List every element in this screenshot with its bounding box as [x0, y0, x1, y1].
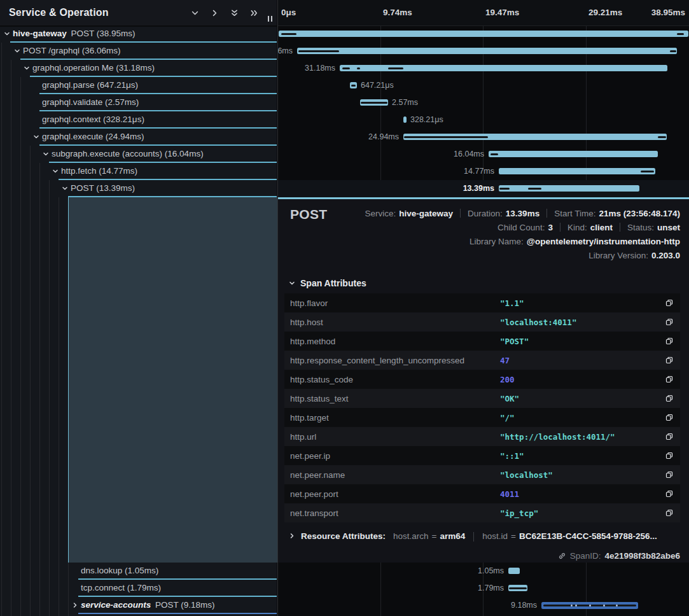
- meta-divider: [546, 209, 547, 218]
- child-span-marker: [281, 33, 296, 35]
- attribute-row: http.url"http://localhost:4011/": [284, 427, 680, 446]
- copy-icon[interactable]: [663, 316, 676, 328]
- column-resize-handle[interactable]: [268, 16, 272, 22]
- child-span-marker: [528, 188, 541, 190]
- resource-key: host.arch: [393, 531, 429, 541]
- duration-label: 9.18ms: [511, 601, 537, 610]
- meta-value: 21ms (23:56:48.174): [599, 209, 680, 218]
- chevron-down-icon[interactable]: [190, 8, 200, 18]
- tree-header: Service & Operation: [0, 0, 277, 27]
- meta-label: Library Version:: [588, 251, 648, 260]
- span-bar[interactable]: [508, 585, 527, 591]
- attribute-value: 47: [500, 356, 663, 365]
- chevron-down-icon[interactable]: [4, 31, 10, 37]
- tree-row[interactable]: http.fetch (14.77ms): [0, 163, 277, 180]
- meta-label: Duration:: [468, 209, 503, 218]
- span-bar[interactable]: [499, 185, 639, 192]
- copy-icon[interactable]: [663, 507, 676, 519]
- span-attributes-header[interactable]: Span Attributes: [289, 278, 366, 288]
- copy-icon[interactable]: [663, 373, 676, 386]
- copy-icon[interactable]: [663, 297, 676, 309]
- tree-row[interactable]: POST /graphql (36.06ms): [0, 43, 277, 60]
- attribute-key: net.transport: [284, 508, 500, 518]
- duration-label: 36.06ms: [277, 46, 293, 55]
- span-bar[interactable]: [499, 168, 655, 174]
- child-span-marker: [491, 153, 498, 155]
- attribute-value: "localhost": [500, 470, 663, 480]
- resource-equals: =: [432, 531, 437, 541]
- span-attributes-title: Span Attributes: [300, 278, 366, 288]
- span-bar[interactable]: [541, 602, 638, 609]
- attribute-value: "OK": [500, 394, 663, 403]
- copy-icon[interactable]: [663, 411, 676, 424]
- tree-row[interactable]: graphql.operation Me (31.18ms): [0, 60, 277, 77]
- copy-icon[interactable]: [663, 487, 676, 500]
- child-span-marker: [658, 136, 666, 138]
- tree-row[interactable]: service-accounts POST (9.18ms): [0, 597, 277, 614]
- attribute-row: net.peer.ip"::1": [284, 446, 680, 465]
- attribute-value: "http://localhost:4011/": [500, 432, 663, 442]
- meta-label: Status:: [627, 223, 654, 232]
- chevron-down-icon[interactable]: [24, 65, 30, 71]
- attribute-key: http.target: [284, 413, 500, 423]
- attribute-row: http.status_code200: [284, 370, 680, 389]
- tree-row[interactable]: POST (13.39ms): [0, 180, 277, 197]
- span-bar[interactable]: [360, 99, 388, 106]
- tree-row[interactable]: graphql.context (328.21μs): [0, 111, 277, 129]
- meta-divider: [460, 209, 461, 218]
- meta-value: 3: [548, 223, 553, 232]
- span-bar[interactable]: [403, 134, 667, 140]
- span-bar[interactable]: [489, 151, 658, 157]
- child-span-marker: [670, 50, 676, 52]
- duration-label: 647.21μs: [361, 81, 394, 90]
- attribute-value: 200: [500, 375, 663, 384]
- tree-row[interactable]: graphql.validate (2.57ms): [0, 94, 277, 111]
- meta-label: Kind:: [567, 223, 587, 232]
- event-dot: [589, 605, 591, 606]
- attribute-key: http.status_text: [284, 394, 500, 403]
- chevron-right-icon[interactable]: [72, 602, 78, 608]
- span-bar[interactable]: [297, 48, 677, 54]
- span-bar[interactable]: [350, 82, 357, 88]
- span-bar[interactable]: [279, 31, 688, 37]
- chevron-down-icon[interactable]: [52, 168, 59, 174]
- copy-icon[interactable]: [663, 449, 676, 462]
- child-span-marker: [298, 50, 339, 52]
- attribute-key: http.flavor: [284, 298, 500, 308]
- indent-guide: [39, 163, 40, 616]
- attribute-value: "POST": [500, 337, 663, 346]
- attribute-row: net.peer.port4011: [284, 484, 680, 503]
- span-bar[interactable]: [403, 116, 407, 123]
- link-icon[interactable]: [558, 552, 566, 560]
- meta-label: Child Count:: [498, 223, 545, 232]
- tree-row[interactable]: graphql.parse (647.21μs): [0, 77, 277, 94]
- tree-row[interactable]: graphql.execute (24.94ms): [0, 129, 277, 146]
- chevron-down-icon[interactable]: [62, 185, 68, 192]
- copy-icon[interactable]: [663, 430, 676, 443]
- tree-row[interactable]: dns.lookup (1.05ms): [0, 563, 277, 580]
- attribute-key: net.peer.ip: [284, 451, 500, 461]
- chevron-down-icon[interactable]: [33, 134, 39, 140]
- copy-icon[interactable]: [663, 392, 676, 405]
- tree-row[interactable]: tcp.connect (1.79ms): [0, 580, 277, 597]
- copy-icon[interactable]: [663, 354, 676, 367]
- resource-value: BC62E13B-C4CC-5854-9788-256...: [519, 531, 657, 541]
- chevron-down-icon[interactable]: [14, 48, 20, 54]
- copy-icon[interactable]: [663, 335, 676, 347]
- attribute-value: "/": [500, 413, 663, 423]
- span-bar[interactable]: [508, 568, 520, 574]
- duration-label: 1.79ms: [478, 584, 504, 592]
- span-bar[interactable]: [340, 65, 667, 71]
- meta-divider: [560, 223, 560, 232]
- chevron-down-icon[interactable]: [43, 151, 49, 157]
- resource-attributes-row[interactable]: Resource Attributes: host.arch=arm64host…: [289, 531, 657, 542]
- double-chevron-right-icon[interactable]: [249, 8, 259, 18]
- copy-icon[interactable]: [663, 468, 676, 481]
- resource-value: arm64: [440, 531, 465, 541]
- double-chevron-down-icon[interactable]: [230, 8, 239, 18]
- chevron-right-icon[interactable]: [210, 8, 219, 18]
- detail-meta-line: Service:hive-gatewayDuration:13.39msStar…: [365, 206, 680, 220]
- child-span-marker: [509, 587, 527, 589]
- tree-row[interactable]: subgraph.execute (accounts) (16.04ms): [0, 146, 277, 163]
- tree-row[interactable]: hive-gateway POST (38.95ms): [0, 25, 277, 43]
